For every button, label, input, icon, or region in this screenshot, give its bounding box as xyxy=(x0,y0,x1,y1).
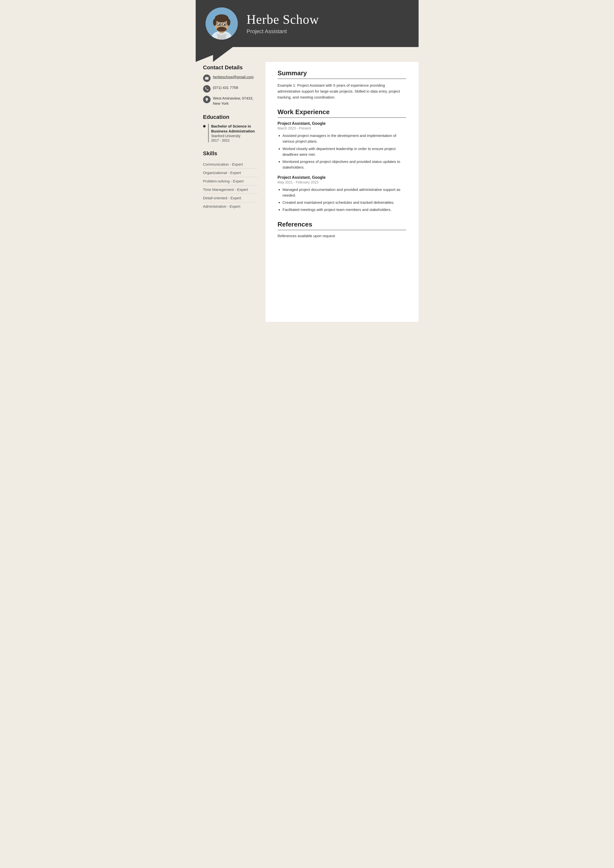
job-entry: Project Assistant, GoogleMarch 2023 - Pr… xyxy=(278,121,406,170)
svg-point-5 xyxy=(213,19,216,26)
phone-text: (071) 431 7758 xyxy=(213,85,238,90)
phone-icon xyxy=(203,85,210,93)
contact-section-title: Contact Details xyxy=(203,64,258,71)
job-bullet-item: Assisted project managers in the develop… xyxy=(283,133,406,144)
skill-item: Time Management - Expert xyxy=(203,186,258,194)
job-bullets-list: Assisted project managers in the develop… xyxy=(278,133,406,170)
work-experience-title: Work Experience xyxy=(278,108,406,118)
job-bullets-list: Managed project documentation and provid… xyxy=(278,187,406,213)
avatar xyxy=(205,8,238,40)
resume-header: Herbe Schow Project Assistant xyxy=(196,0,418,47)
job-bullet-item: Managed project documentation and provid… xyxy=(283,187,406,198)
education-section: Education Bachelor of Science in Busines… xyxy=(203,114,258,143)
job-bullet-item: Facilitated meetings with project team m… xyxy=(283,207,406,212)
full-name: Herbe Schow xyxy=(247,12,319,26)
skill-item: Communication - Expert xyxy=(203,160,258,169)
sidebar: Contact Details herbeschow@gmail.com xyxy=(196,62,265,322)
skills-section: Skills Communication - ExpertOrganizatio… xyxy=(203,150,258,211)
contact-section: Contact Details herbeschow@gmail.com xyxy=(203,64,258,106)
svg-point-6 xyxy=(227,19,230,26)
job-bullet-item: Monitored progress of project objectives… xyxy=(283,159,406,170)
svg-point-4 xyxy=(215,14,229,22)
svg-point-10 xyxy=(218,24,220,25)
references-section-title: References xyxy=(278,220,406,230)
location-icon xyxy=(203,96,210,103)
skill-item: Organizational - Expert xyxy=(203,169,258,177)
education-bullet xyxy=(203,125,205,127)
chevron-decoration xyxy=(196,47,418,62)
references-section: References References available upon req… xyxy=(278,220,406,238)
job-title: Project Assistant xyxy=(247,28,319,35)
job-period-text: May 2021 - February 2023 xyxy=(278,180,406,184)
location-contact-item: West Aminaview, 07433, New York xyxy=(203,96,258,106)
references-text: References available upon request xyxy=(278,234,406,238)
work-experience-section: Work Experience Project Assistant, Googl… xyxy=(278,108,406,213)
education-details: Bachelor of Science in Business Administ… xyxy=(208,124,258,143)
summary-section: Summary Example 1: Project Assistant wit… xyxy=(278,69,406,100)
email-icon xyxy=(203,74,210,82)
education-item: Bachelor of Science in Business Administ… xyxy=(203,124,258,143)
summary-text: Example 1: Project Assistant with 5 year… xyxy=(278,82,406,100)
skill-item: Detail-oriented - Expert xyxy=(203,194,258,202)
main-content: Summary Example 1: Project Assistant wit… xyxy=(265,62,418,322)
phone-contact-item: (071) 431 7758 xyxy=(203,85,258,93)
address-text: West Aminaview, 07433, New York xyxy=(213,96,258,106)
header-text-block: Herbe Schow Project Assistant xyxy=(247,12,319,34)
main-layout: Contact Details herbeschow@gmail.com xyxy=(196,62,418,322)
job-title-text: Project Assistant, Google xyxy=(278,175,406,180)
job-bullet-item: Created and maintained project schedules… xyxy=(283,200,406,205)
job-period-text: March 2023 - Present xyxy=(278,126,406,130)
svg-point-11 xyxy=(224,24,225,25)
job-title-text: Project Assistant, Google xyxy=(278,121,406,126)
skills-list: Communication - ExpertOrganizational - E… xyxy=(203,160,258,211)
skill-item: Problem-solving - Expert xyxy=(203,177,258,186)
svg-point-16 xyxy=(219,27,225,29)
skill-item: Administrative - Expert xyxy=(203,202,258,211)
education-years: 2017 - 2021 xyxy=(211,138,258,143)
education-section-title: Education xyxy=(203,114,258,120)
email-text[interactable]: herbeschow@gmail.com xyxy=(213,74,253,79)
school-name: Stanford University xyxy=(211,134,258,138)
summary-section-title: Summary xyxy=(278,69,406,79)
chevron-point xyxy=(213,47,253,62)
job-entry: Project Assistant, GoogleMay 2021 - Febr… xyxy=(278,175,406,213)
job-bullet-item: Worked closely with department leadershi… xyxy=(283,146,406,158)
skills-section-title: Skills xyxy=(203,150,258,157)
email-contact-item: herbeschow@gmail.com xyxy=(203,74,258,82)
jobs-list: Project Assistant, GoogleMarch 2023 - Pr… xyxy=(278,121,406,213)
degree-title: Bachelor of Science in Business Administ… xyxy=(211,124,258,133)
